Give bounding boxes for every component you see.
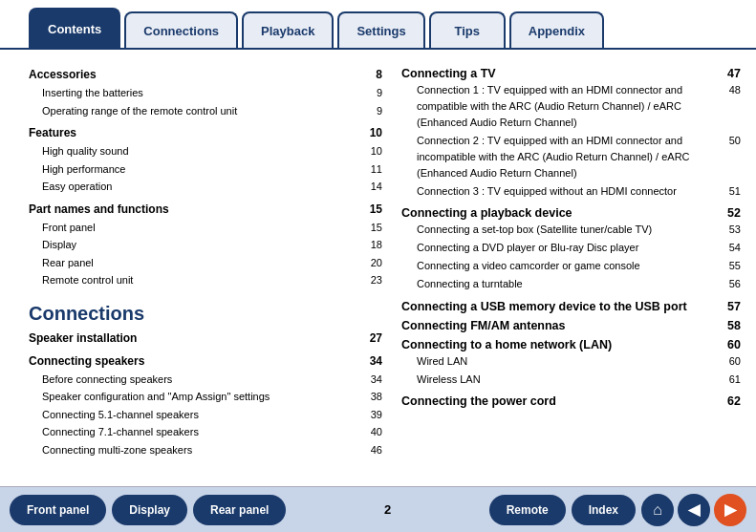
main-content: Accessories 8 Inserting the batteries 9 … xyxy=(0,50,756,486)
connecting-usb-header: Connecting a USB memory device to the US… xyxy=(401,300,741,313)
bottom-right-nav: Remote Index ⌂ ◀ ▶ xyxy=(489,494,746,526)
tab-settings[interactable]: Settings xyxy=(337,11,424,48)
bottom-bar: Front panel Display Rear panel 2 Remote … xyxy=(0,486,756,532)
speaker-installation-header: Speaker installation 27 xyxy=(29,329,382,348)
list-item: Connecting a set-top box (Satellite tune… xyxy=(401,221,741,239)
list-item: Connecting a DVD player or Blu-ray Disc … xyxy=(401,239,741,257)
list-item: Connection 3 : TV equipped without an HD… xyxy=(401,182,741,201)
accessories-header: Accessories 8 xyxy=(29,65,382,84)
list-item: Connection 1 : TV equipped with an HDMI … xyxy=(401,81,741,132)
connecting-antenna-header: Connecting FM/AM antennas 58 xyxy=(401,319,741,332)
connecting-speakers-header: Connecting speakers 34 xyxy=(29,351,382,371)
list-item: Connecting 5.1-channel speakers 39 xyxy=(29,406,382,424)
page-number: 2 xyxy=(384,502,391,517)
tab-connections[interactable]: Connections xyxy=(124,11,238,48)
list-item: Operating range of the remote control un… xyxy=(29,102,382,120)
rear-panel-button[interactable]: Rear panel xyxy=(193,495,286,525)
list-item: Inserting the batteries 9 xyxy=(29,84,382,102)
icon-buttons: ⌂ ◀ ▶ xyxy=(641,494,746,526)
tabs-bar: Contents Connections Playback Settings T… xyxy=(0,0,756,50)
display-button[interactable]: Display xyxy=(112,495,187,525)
list-item: Connecting 7.1-channel speakers 40 xyxy=(29,423,382,441)
list-item: Connection 2 : TV equipped with an HDMI … xyxy=(401,132,741,182)
part-names-header: Part names and functions 15 xyxy=(29,200,382,219)
next-icon-button[interactable]: ▶ xyxy=(714,494,746,526)
tab-contents[interactable]: Contents xyxy=(29,8,120,48)
list-item: Rear panel 20 xyxy=(29,254,382,272)
bottom-nav-buttons: Front panel Display Rear panel xyxy=(10,495,286,525)
list-item: Before connecting speakers 34 xyxy=(29,371,382,389)
front-panel-button[interactable]: Front panel xyxy=(10,495,106,525)
prev-icon-button[interactable]: ◀ xyxy=(678,494,710,526)
tab-playback[interactable]: Playback xyxy=(242,11,334,48)
list-item: Wireless LAN 61 xyxy=(401,371,741,389)
list-item: Remote control unit 23 xyxy=(29,271,382,289)
page-number-area: 2 xyxy=(375,502,400,517)
list-item: Easy operation 14 xyxy=(29,178,382,196)
connections-large-header: Connections xyxy=(29,303,382,325)
list-item: Front panel 15 xyxy=(29,219,382,237)
connecting-lan-header: Connecting to a home network (LAN) 60 xyxy=(401,338,741,351)
right-column: Connecting a TV 47 Connection 1 : TV equ… xyxy=(401,61,741,479)
left-column: Accessories 8 Inserting the batteries 9 … xyxy=(29,61,382,479)
list-item: High quality sound 10 xyxy=(29,142,382,160)
list-item: Connecting a turntable 56 xyxy=(401,275,741,293)
tab-tips[interactable]: Tips xyxy=(429,11,506,48)
index-button[interactable]: Index xyxy=(572,495,636,525)
connecting-playback-header: Connecting a playback device 52 xyxy=(401,206,741,220)
list-item: High performance 11 xyxy=(29,160,382,179)
home-icon-button[interactable]: ⌂ xyxy=(641,494,674,526)
connecting-power-header: Connecting the power cord 62 xyxy=(401,394,741,408)
list-item: Speaker configuration and "Amp Assign" s… xyxy=(29,388,382,406)
list-item: Wired LAN 60 xyxy=(401,352,741,371)
connecting-tv-header: Connecting a TV 47 xyxy=(401,67,741,80)
list-item: Connecting multi-zone speakers 46 xyxy=(29,441,382,459)
remote-button[interactable]: Remote xyxy=(489,495,566,525)
list-item: Display 18 xyxy=(29,236,382,254)
tab-appendix[interactable]: Appendix xyxy=(509,11,604,48)
features-header: Features 10 xyxy=(29,123,382,142)
list-item: Connecting a video camcorder or game con… xyxy=(401,257,741,275)
